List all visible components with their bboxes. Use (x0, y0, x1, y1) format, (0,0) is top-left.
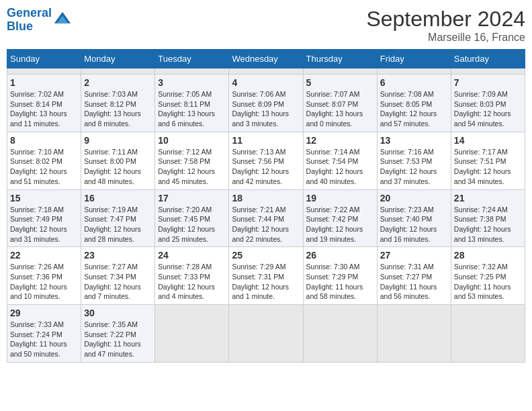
calendar-day-cell: 17Sunrise: 7:20 AMSunset: 7:45 PMDayligh… (155, 189, 229, 247)
calendar-day-cell: 19Sunrise: 7:22 AMSunset: 7:42 PMDayligh… (303, 189, 377, 247)
calendar-table: SundayMondayTuesdayWednesdayThursdayFrid… (7, 49, 525, 363)
calendar-day-cell: 21Sunrise: 7:24 AMSunset: 7:38 PMDayligh… (451, 189, 525, 247)
calendar-day-cell: 9Sunrise: 7:11 AMSunset: 8:00 PMDaylight… (81, 132, 155, 189)
calendar-day-cell: 4Sunrise: 7:06 AMSunset: 8:09 PMDaylight… (229, 75, 303, 132)
calendar-day-cell: 23Sunrise: 7:27 AMSunset: 7:34 PMDayligh… (81, 247, 155, 305)
calendar-day-cell: 16Sunrise: 7:19 AMSunset: 7:47 PMDayligh… (81, 189, 155, 247)
day-number: 3 (158, 77, 226, 88)
calendar-day-cell: 27Sunrise: 7:31 AMSunset: 7:27 PMDayligh… (377, 247, 451, 305)
calendar-day-cell (303, 305, 377, 363)
day-info: Sunrise: 7:32 AMSunset: 7:25 PMDaylight:… (454, 262, 522, 302)
calendar-day-cell: 5Sunrise: 7:07 AMSunset: 8:07 PMDaylight… (303, 75, 377, 132)
day-number: 21 (454, 193, 522, 203)
day-info: Sunrise: 7:21 AMSunset: 7:44 PMDaylight:… (232, 205, 300, 244)
day-info: Sunrise: 7:06 AMSunset: 8:09 PMDaylight:… (232, 89, 300, 129)
day-number: 1 (10, 77, 78, 88)
day-info: Sunrise: 7:35 AMSunset: 7:22 PMDaylight:… (84, 320, 152, 359)
calendar-week-row: 1Sunrise: 7:02 AMSunset: 8:14 PMDaylight… (7, 75, 525, 132)
calendar-day-cell: 26Sunrise: 7:30 AMSunset: 7:29 PMDayligh… (303, 247, 377, 305)
calendar-day-cell (155, 68, 229, 75)
day-info: Sunrise: 7:13 AMSunset: 7:56 PMDaylight:… (232, 147, 300, 187)
calendar-day-cell (229, 305, 303, 363)
calendar-day-cell (377, 305, 451, 363)
day-info: Sunrise: 7:07 AMSunset: 8:07 PMDaylight:… (306, 89, 374, 129)
day-number: 16 (84, 193, 152, 203)
calendar-day-cell (303, 68, 377, 75)
calendar-day-cell (155, 305, 229, 363)
day-info: Sunrise: 7:31 AMSunset: 7:27 PMDaylight:… (380, 262, 448, 302)
day-info: Sunrise: 7:28 AMSunset: 7:33 PMDaylight:… (158, 262, 226, 302)
day-number: 4 (232, 77, 300, 88)
day-number: 28 (454, 250, 522, 261)
calendar-day-cell: 15Sunrise: 7:18 AMSunset: 7:49 PMDayligh… (7, 189, 81, 247)
day-number: 25 (232, 250, 300, 261)
day-number: 19 (306, 193, 374, 203)
day-number: 30 (84, 308, 152, 318)
calendar-week-row: 29Sunrise: 7:33 AMSunset: 7:24 PMDayligh… (7, 305, 525, 363)
month-title: September 2024 (366, 7, 525, 32)
calendar-day-cell (451, 305, 525, 363)
day-number: 12 (306, 135, 374, 146)
weekday-header-friday: Friday (377, 50, 451, 68)
calendar-week-row: 22Sunrise: 7:26 AMSunset: 7:36 PMDayligh… (7, 247, 525, 305)
day-info: Sunrise: 7:11 AMSunset: 8:00 PMDaylight:… (84, 147, 152, 187)
weekday-header-sunday: Sunday (7, 50, 81, 68)
day-number: 29 (10, 308, 78, 318)
day-info: Sunrise: 7:09 AMSunset: 8:03 PMDaylight:… (454, 89, 522, 129)
day-info: Sunrise: 7:02 AMSunset: 8:14 PMDaylight:… (10, 89, 78, 129)
calendar-day-cell: 18Sunrise: 7:21 AMSunset: 7:44 PMDayligh… (229, 189, 303, 247)
day-number: 17 (158, 193, 226, 203)
day-number: 7 (454, 77, 522, 88)
day-info: Sunrise: 7:08 AMSunset: 8:05 PMDaylight:… (380, 89, 448, 129)
day-number: 13 (380, 135, 448, 146)
calendar-day-cell (7, 68, 81, 75)
logo-icon (53, 11, 72, 30)
calendar-day-cell: 3Sunrise: 7:05 AMSunset: 8:11 PMDaylight… (155, 75, 229, 132)
day-info: Sunrise: 7:29 AMSunset: 7:31 PMDaylight:… (232, 262, 300, 302)
day-number: 15 (10, 193, 78, 203)
calendar-day-cell: 30Sunrise: 7:35 AMSunset: 7:22 PMDayligh… (81, 305, 155, 363)
weekday-header-thursday: Thursday (303, 50, 377, 68)
calendar-day-cell: 11Sunrise: 7:13 AMSunset: 7:56 PMDayligh… (229, 132, 303, 189)
calendar-day-cell: 7Sunrise: 7:09 AMSunset: 8:03 PMDaylight… (451, 75, 525, 132)
calendar-day-cell: 29Sunrise: 7:33 AMSunset: 7:24 PMDayligh… (7, 305, 81, 363)
day-number: 14 (454, 135, 522, 146)
calendar-day-cell: 6Sunrise: 7:08 AMSunset: 8:05 PMDaylight… (377, 75, 451, 132)
weekday-header-wednesday: Wednesday (229, 50, 303, 68)
day-number: 24 (158, 250, 226, 261)
day-info: Sunrise: 7:19 AMSunset: 7:47 PMDaylight:… (84, 205, 152, 244)
title-block: September 2024 Marseille 16, France (366, 7, 525, 44)
calendar-day-cell: 22Sunrise: 7:26 AMSunset: 7:36 PMDayligh… (7, 247, 81, 305)
calendar-day-cell: 24Sunrise: 7:28 AMSunset: 7:33 PMDayligh… (155, 247, 229, 305)
page-header: General Blue September 2024 Marseille 16… (7, 7, 525, 44)
day-number: 26 (306, 250, 374, 261)
location: Marseille 16, France (366, 32, 525, 44)
day-number: 9 (84, 135, 152, 146)
day-info: Sunrise: 7:27 AMSunset: 7:34 PMDaylight:… (84, 262, 152, 302)
weekday-header-tuesday: Tuesday (155, 50, 229, 68)
day-info: Sunrise: 7:03 AMSunset: 8:12 PMDaylight:… (84, 89, 152, 129)
day-info: Sunrise: 7:16 AMSunset: 7:53 PMDaylight:… (380, 147, 448, 187)
calendar-day-cell: 28Sunrise: 7:32 AMSunset: 7:25 PMDayligh… (451, 247, 525, 305)
calendar-day-cell: 14Sunrise: 7:17 AMSunset: 7:51 PMDayligh… (451, 132, 525, 189)
calendar-week-row: 8Sunrise: 7:10 AMSunset: 8:02 PMDaylight… (7, 132, 525, 189)
calendar-day-cell: 8Sunrise: 7:10 AMSunset: 8:02 PMDaylight… (7, 132, 81, 189)
calendar-week-row: 15Sunrise: 7:18 AMSunset: 7:49 PMDayligh… (7, 189, 525, 247)
day-info: Sunrise: 7:33 AMSunset: 7:24 PMDaylight:… (10, 320, 78, 359)
calendar-day-cell: 10Sunrise: 7:12 AMSunset: 7:58 PMDayligh… (155, 132, 229, 189)
day-info: Sunrise: 7:17 AMSunset: 7:51 PMDaylight:… (454, 147, 522, 187)
calendar-day-cell: 13Sunrise: 7:16 AMSunset: 7:53 PMDayligh… (377, 132, 451, 189)
day-info: Sunrise: 7:26 AMSunset: 7:36 PMDaylight:… (10, 262, 78, 302)
day-number: 2 (84, 77, 152, 88)
day-info: Sunrise: 7:30 AMSunset: 7:29 PMDaylight:… (306, 262, 374, 302)
day-number: 10 (158, 135, 226, 146)
calendar-day-cell: 2Sunrise: 7:03 AMSunset: 8:12 PMDaylight… (81, 75, 155, 132)
calendar-day-cell: 25Sunrise: 7:29 AMSunset: 7:31 PMDayligh… (229, 247, 303, 305)
day-info: Sunrise: 7:20 AMSunset: 7:45 PMDaylight:… (158, 205, 226, 244)
calendar-day-cell: 20Sunrise: 7:23 AMSunset: 7:40 PMDayligh… (377, 189, 451, 247)
weekday-header-saturday: Saturday (451, 50, 525, 68)
day-info: Sunrise: 7:12 AMSunset: 7:58 PMDaylight:… (158, 147, 226, 187)
day-number: 18 (232, 193, 300, 203)
day-number: 22 (10, 250, 78, 261)
day-info: Sunrise: 7:14 AMSunset: 7:54 PMDaylight:… (306, 147, 374, 187)
